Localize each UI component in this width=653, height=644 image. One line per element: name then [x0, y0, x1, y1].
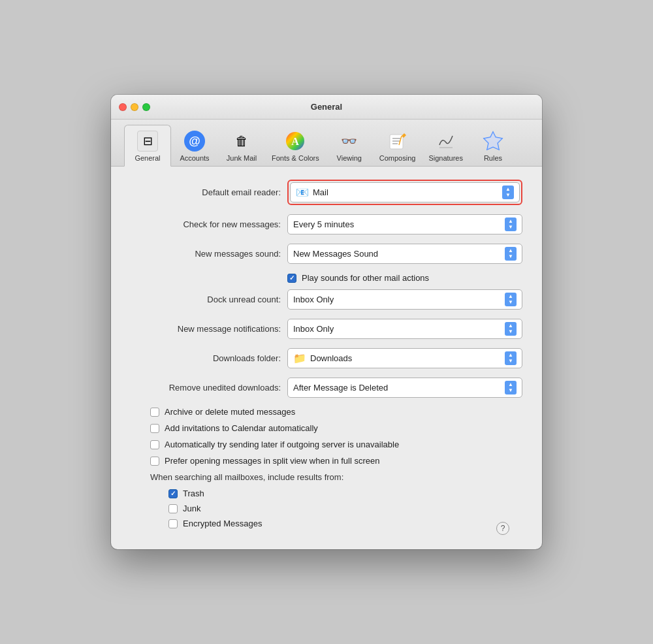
dock-unread-count-row: Dock unread count: Inbox Only ▲ ▼ [131, 289, 522, 310]
tab-rules[interactable]: Rules [470, 125, 517, 166]
search-options-group: Trash Junk Encrypted Messages ? [131, 489, 522, 528]
fontscolors-icon: A [283, 129, 307, 153]
split-view-label: Prefer opening messages in split view wh… [165, 456, 380, 466]
check-new-messages-label: Check for new messages: [131, 219, 287, 229]
check-new-messages-spinner[interactable]: ▲ ▼ [505, 217, 517, 231]
window-title: General [311, 102, 342, 112]
tab-rules-label: Rules [484, 154, 502, 162]
new-messages-sound-control: New Messages Sound ▲ ▼ [287, 244, 522, 264]
new-message-notifications-value: Inbox Only [293, 324, 334, 334]
main-window: General ⊟ General @ Accounts 🗑 Junk Mail [111, 95, 542, 549]
new-messages-sound-spinner[interactable]: ▲ ▼ [505, 247, 517, 261]
check-new-messages-select[interactable]: Every 5 minutes ▲ ▼ [287, 214, 522, 234]
close-button[interactable] [119, 103, 127, 111]
new-message-notifications-select[interactable]: Inbox Only ▲ ▼ [287, 319, 522, 339]
dock-unread-count-control: Inbox Only ▲ ▼ [287, 289, 522, 310]
downloads-folder-label: Downloads folder: [131, 353, 287, 363]
add-invitations-row: Add invitations to Calendar automaticall… [131, 423, 522, 433]
main-content: Default email reader: 📧 Mail ▲ ▼ Check f… [111, 167, 542, 549]
add-invitations-checkbox[interactable] [150, 424, 159, 433]
tab-viewing-label: Viewing [337, 154, 362, 162]
traffic-lights [119, 103, 150, 111]
encrypted-search-checkbox[interactable] [168, 519, 178, 528]
new-messages-sound-row: New messages sound: New Messages Sound ▲… [131, 244, 522, 264]
remove-unedited-downloads-spinner[interactable]: ▲ ▼ [505, 381, 517, 394]
new-message-notifications-spinner[interactable]: ▲ ▼ [505, 322, 517, 336]
tab-accounts[interactable]: @ Accounts [171, 125, 218, 166]
new-message-notifications-control: Inbox Only ▲ ▼ [287, 319, 522, 339]
accounts-icon: @ [183, 129, 206, 153]
toolbar: ⊟ General @ Accounts 🗑 Junk Mail [111, 120, 542, 167]
new-messages-sound-select[interactable]: New Messages Sound ▲ ▼ [287, 244, 522, 264]
dock-unread-count-value: Inbox Only [293, 295, 334, 304]
default-email-reader-select[interactable]: 📧 Mail ▲ ▼ [290, 182, 520, 202]
check-new-messages-value: Every 5 minutes [293, 219, 354, 229]
split-view-checkbox[interactable] [150, 457, 159, 466]
tab-composing-label: Composing [379, 154, 416, 162]
default-email-reader-value: Mail [313, 187, 328, 197]
play-sounds-row: Play sounds for other mail actions [131, 273, 522, 283]
tab-general-label: General [135, 154, 160, 162]
dock-unread-count-label: Dock unread count: [131, 295, 287, 304]
help-button[interactable]: ? [496, 522, 509, 535]
encrypted-search-label: Encrypted Messages [183, 519, 262, 528]
encrypted-search-row: Encrypted Messages ? [168, 519, 522, 528]
check-new-messages-row: Check for new messages: Every 5 minutes … [131, 214, 522, 234]
tab-viewing[interactable]: 👓 Viewing [326, 125, 373, 166]
play-sounds-label: Play sounds for other mail actions [302, 273, 429, 283]
tab-composing[interactable]: Composing [373, 125, 422, 166]
downloads-folder-spinner[interactable]: ▲ ▼ [505, 351, 517, 365]
auto-send-later-row: Automatically try sending later if outgo… [131, 440, 522, 449]
tab-general[interactable]: ⊟ General [124, 125, 171, 167]
auto-send-later-checkbox[interactable] [150, 440, 159, 449]
auto-send-later-label: Automatically try sending later if outgo… [165, 440, 399, 449]
tab-junkmail-label: Junk Mail [227, 154, 257, 162]
remove-unedited-downloads-select[interactable]: After Message is Deleted ▲ ▼ [287, 378, 522, 398]
remove-unedited-downloads-row: Remove unedited downloads: After Message… [131, 378, 522, 398]
svg-text:A: A [292, 136, 300, 147]
tab-fontscolors[interactable]: A Fonts & Colors [265, 125, 326, 166]
viewing-icon: 👓 [338, 129, 361, 153]
tab-accounts-label: Accounts [180, 154, 209, 162]
junk-search-checkbox[interactable] [168, 504, 178, 513]
trash-search-row: Trash [168, 489, 522, 498]
add-invitations-label: Add invitations to Calendar automaticall… [165, 423, 318, 433]
dock-unread-count-spinner[interactable]: ▲ ▼ [505, 293, 517, 306]
remove-unedited-downloads-control: After Message is Deleted ▲ ▼ [287, 378, 522, 398]
junk-search-label: Junk [183, 504, 200, 513]
default-email-reader-label: Default email reader: [131, 187, 287, 197]
mail-app-icon: 📧 [296, 186, 309, 199]
archive-delete-row: Archive or delete muted messages [131, 407, 522, 417]
archive-delete-label: Archive or delete muted messages [165, 407, 295, 417]
composing-icon [386, 129, 409, 153]
remove-unedited-downloads-value: After Message is Deleted [293, 383, 388, 393]
trash-search-checkbox[interactable] [168, 489, 178, 498]
default-email-reader-spinner[interactable]: ▲ ▼ [502, 185, 514, 199]
titlebar: General [111, 95, 542, 120]
maximize-button[interactable] [142, 103, 150, 111]
downloads-folder-select[interactable]: 📁 Downloads ▲ ▼ [287, 348, 522, 368]
downloads-folder-icon: 📁 [293, 352, 306, 364]
remove-unedited-downloads-label: Remove unedited downloads: [131, 383, 287, 393]
new-messages-sound-label: New messages sound: [131, 249, 287, 259]
downloads-folder-value: Downloads [310, 353, 352, 363]
check-new-messages-control: Every 5 minutes ▲ ▼ [287, 214, 522, 234]
minimize-button[interactable] [131, 103, 138, 111]
default-email-reader-row: Default email reader: 📧 Mail ▲ ▼ [131, 180, 522, 205]
default-email-reader-control: 📧 Mail ▲ ▼ [287, 180, 522, 205]
rules-icon [481, 129, 505, 153]
split-view-row: Prefer opening messages in split view wh… [131, 456, 522, 466]
play-sounds-checkbox[interactable] [287, 274, 296, 283]
dock-unread-count-select[interactable]: Inbox Only ▲ ▼ [287, 289, 522, 310]
junkmail-icon: 🗑 [230, 129, 253, 153]
tab-junkmail[interactable]: 🗑 Junk Mail [218, 125, 265, 166]
tab-fontscolors-label: Fonts & Colors [272, 154, 319, 162]
new-message-notifications-label: New message notifications: [131, 324, 287, 334]
downloads-folder-control: 📁 Downloads ▲ ▼ [287, 348, 522, 368]
new-messages-sound-value: New Messages Sound [293, 249, 378, 259]
new-message-notifications-row: New message notifications: Inbox Only ▲ … [131, 319, 522, 339]
general-icon: ⊟ [136, 129, 159, 153]
tab-signatures[interactable]: Signatures [422, 125, 470, 166]
svg-marker-9 [484, 132, 502, 150]
archive-delete-checkbox[interactable] [150, 408, 159, 417]
